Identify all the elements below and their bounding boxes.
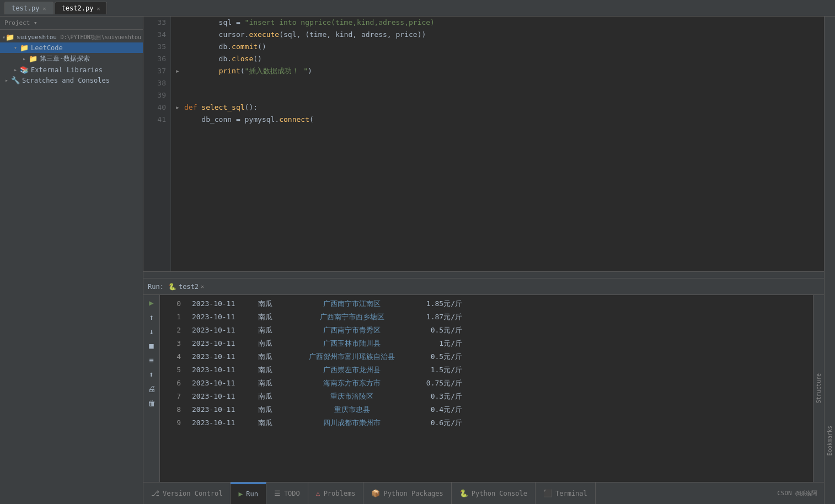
run-col-name: 南瓜 xyxy=(258,417,286,428)
line-numbers: 33 34 35 36 37 38 39 40 41 xyxy=(143,17,171,271)
folder-icon-chapter3: 📁 xyxy=(29,55,38,63)
tab-run[interactable]: ▶ Run xyxy=(231,482,266,504)
bottom-tab-bar: ⎇ Version Control ▶ Run ☰ TODO ⚠ Problem… xyxy=(143,482,824,504)
tab-test2-close[interactable]: ✕ xyxy=(97,6,100,12)
tree-item-chapter3[interactable]: ▸ 📁 第三章-数据探索 xyxy=(0,53,143,65)
tab-test[interactable]: test.py ✕ xyxy=(4,2,53,14)
fold-icon-38[interactable] xyxy=(175,77,184,89)
run-down-button[interactable]: ↓ xyxy=(146,326,157,337)
tab-test-label: test.py xyxy=(12,4,40,12)
run-panel: Run: 🐍 test2 ✕ ▶ ↑ ↓ ■ ≡ ⬆ 🖨 🗑 xyxy=(143,278,824,482)
run-col-loc: 重庆市忠县 xyxy=(297,404,407,415)
run-play-button[interactable]: ▶ xyxy=(146,297,157,308)
line-num-41: 41 xyxy=(148,114,166,126)
run-row-9: 9 2023-10-11 南瓜 四川成都市崇州市 0.6元/斤 xyxy=(164,416,809,430)
tab-test2-label: test2.py xyxy=(62,4,94,12)
fold-icon-41[interactable] xyxy=(175,114,184,126)
run-row-3: 3 2023-10-11 南瓜 广西玉林市陆川县 1元/斤 xyxy=(164,337,809,350)
line-num-39: 39 xyxy=(148,89,166,101)
run-col-idx: 1 xyxy=(164,312,181,323)
fold-icon-34[interactable] xyxy=(175,29,184,41)
tab-terminal[interactable]: ⬛ Terminal xyxy=(536,482,596,504)
version-control-icon: ⎇ xyxy=(151,489,159,497)
bookmarks-label[interactable]: Bookmarks xyxy=(826,421,834,460)
tab-problems[interactable]: ⚠ Problems xyxy=(308,482,364,504)
run-tab-test2[interactable]: 🐍 test2 ✕ xyxy=(168,283,204,291)
code-line-36: db.close() xyxy=(175,53,820,65)
run-col-name: 南瓜 xyxy=(258,325,286,336)
run-col-idx: 7 xyxy=(164,391,181,402)
todo-icon: ☰ xyxy=(274,489,281,497)
run-col-date: 2023-10-11 xyxy=(192,351,247,362)
tree-arrow-ext-libs[interactable]: ▸ xyxy=(11,67,20,73)
run-tools: ▶ ↑ ↓ ■ ≡ ⬆ 🖨 🗑 xyxy=(143,295,160,482)
horizontal-scrollbar[interactable] xyxy=(143,271,824,278)
run-output[interactable]: 0 2023-10-11 南瓜 广西南宁市江南区 1.85元/斤 1 2023-… xyxy=(160,295,813,482)
sidebar-header: Project ▾ xyxy=(0,17,143,30)
fold-icon-36[interactable] xyxy=(175,53,184,65)
run-icon: ▶ xyxy=(238,490,243,498)
run-col-idx: 2 xyxy=(164,325,181,336)
tree-label-leetcode: LeetCode xyxy=(31,44,63,52)
tab-python-console[interactable]: 🐍 Python Console xyxy=(452,482,536,504)
tab-version-control[interactable]: ⎇ Version Control xyxy=(143,482,231,504)
tab-python-packages[interactable]: 📦 Python Packages xyxy=(363,482,451,504)
line-num-34: 34 xyxy=(148,29,166,41)
run-print-button[interactable]: 🖨 xyxy=(146,383,157,394)
tab-test-close[interactable]: ✕ xyxy=(43,6,46,12)
tree-item-ext-libs[interactable]: ▸ 📚 External Libraries xyxy=(0,65,143,75)
run-col-name: 南瓜 xyxy=(258,404,286,415)
code-editor[interactable]: 33 34 35 36 37 38 39 40 41 sql = "insert… xyxy=(143,17,824,271)
run-wrap-button[interactable]: ≡ xyxy=(146,355,157,366)
run-col-idx: 8 xyxy=(164,404,181,415)
tree-arrow-leetcode[interactable]: ▾ xyxy=(11,45,20,51)
run-col-date: 2023-10-11 xyxy=(192,364,247,376)
run-row-8: 8 2023-10-11 南瓜 重庆市忠县 0.4元/斤 xyxy=(164,403,809,416)
run-row-5: 5 2023-10-11 南瓜 广西崇左市龙州县 1.5元/斤 xyxy=(164,363,809,377)
run-col-price: 0.5元/斤 xyxy=(418,325,462,336)
run-col-date: 2023-10-11 xyxy=(192,325,247,336)
structure-label[interactable]: Structure xyxy=(815,369,823,408)
run-col-price: 1元/斤 xyxy=(418,338,462,349)
tree-item-root[interactable]: ▾ 📁 suiyueshtou D:\PYTHON项目\suiyueshtou xyxy=(0,32,143,42)
tab-python-packages-label: Python Packages xyxy=(383,490,443,497)
run-scroll-button[interactable]: ⬆ xyxy=(146,369,157,380)
run-row-2: 2 2023-10-11 南瓜 广西南宁市青秀区 0.5元/斤 xyxy=(164,324,809,337)
run-col-idx: 0 xyxy=(164,298,181,309)
run-col-loc: 广西贺州市富川瑶族自治县 xyxy=(297,351,407,362)
run-col-loc: 广西南宁市江南区 xyxy=(297,298,407,309)
run-clear-button[interactable]: 🗑 xyxy=(146,398,157,409)
line-num-37: 37 xyxy=(148,65,166,77)
run-col-name: 南瓜 xyxy=(258,391,286,402)
terminal-icon: ⬛ xyxy=(543,489,552,497)
tree-label-root: suiyueshtou D:\PYTHON项目\suiyueshtou xyxy=(17,34,141,41)
tree-item-scratches[interactable]: ▸ 🔧 Scratches and Consoles xyxy=(0,75,143,85)
tab-todo[interactable]: ☰ TODO xyxy=(266,482,308,504)
fold-icon-37[interactable]: ▸ xyxy=(175,65,184,77)
run-col-idx: 6 xyxy=(164,378,181,389)
code-content[interactable]: sql = "insert into ngprice(time,kind,adr… xyxy=(171,17,824,271)
run-stop-button[interactable]: ■ xyxy=(146,340,157,351)
run-up-button[interactable]: ↑ xyxy=(146,312,157,323)
fold-icon-39[interactable] xyxy=(175,89,184,101)
run-col-date: 2023-10-11 xyxy=(192,417,247,428)
run-tab-close[interactable]: ✕ xyxy=(201,283,204,289)
run-col-date: 2023-10-11 xyxy=(192,312,247,323)
run-col-price: 0.3元/斤 xyxy=(418,391,462,402)
fold-icon-40[interactable]: ▸ xyxy=(175,101,184,114)
fold-icon-33[interactable] xyxy=(175,17,184,29)
tree-label-scratches: Scratches and Consoles xyxy=(22,77,110,84)
run-col-loc: 四川成都市崇州市 xyxy=(297,417,407,428)
tree-item-leetcode[interactable]: ▾ 📁 LeetCode xyxy=(0,42,143,53)
line-num-35: 35 xyxy=(148,41,166,53)
tab-problems-label: Problems xyxy=(324,490,356,497)
tree-arrow-scratches[interactable]: ▸ xyxy=(2,77,11,83)
run-col-name: 南瓜 xyxy=(258,298,286,309)
tree-arrow-chapter3[interactable]: ▸ xyxy=(20,56,29,62)
tab-test2[interactable]: test2.py ✕ xyxy=(55,2,108,14)
run-col-idx: 9 xyxy=(164,417,181,428)
run-col-date: 2023-10-11 xyxy=(192,378,247,389)
tree-label-ext-libs: External Libraries xyxy=(31,66,103,74)
fold-icon-35[interactable] xyxy=(175,41,184,53)
run-label: Run: xyxy=(148,283,164,291)
